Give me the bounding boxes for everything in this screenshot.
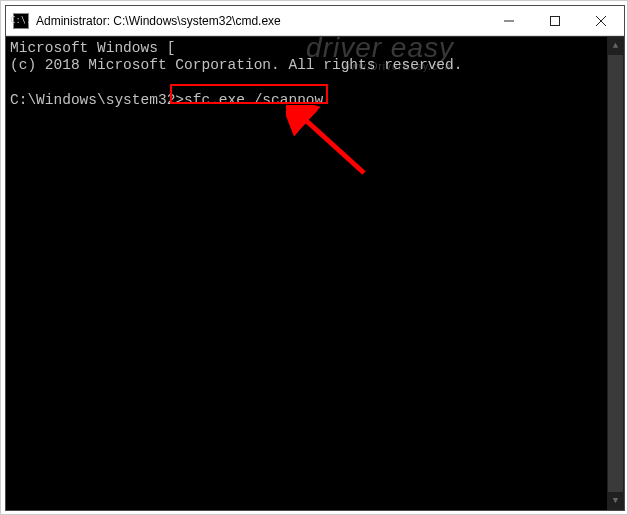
cmd-window: C:\. Administrator: C:\Windows\system32\… bbox=[5, 5, 625, 511]
svg-line-5 bbox=[300, 115, 364, 173]
scroll-thumb[interactable] bbox=[608, 55, 623, 492]
terminal-area[interactable]: Microsoft Windows [ (c) 2018 Microsoft C… bbox=[6, 36, 624, 510]
window-title: Administrator: C:\Windows\system32\cmd.e… bbox=[36, 14, 486, 28]
terminal-prompt-line: C:\Windows\system32>sfc.exe /scannow bbox=[10, 92, 620, 109]
prompt-text: C:\Windows\system32> bbox=[10, 92, 184, 108]
terminal-output-line: Microsoft Windows [ bbox=[10, 40, 620, 57]
svg-rect-1 bbox=[551, 16, 560, 25]
titlebar[interactable]: C:\. Administrator: C:\Windows\system32\… bbox=[6, 6, 624, 36]
minimize-button[interactable] bbox=[486, 6, 532, 35]
terminal-blank-line bbox=[10, 75, 620, 92]
scroll-up-button[interactable]: ▲ bbox=[607, 37, 624, 55]
cmd-icon: C:\. bbox=[13, 13, 29, 29]
scroll-down-button[interactable]: ▼ bbox=[607, 492, 624, 510]
window-controls bbox=[486, 6, 624, 35]
close-button[interactable] bbox=[578, 6, 624, 35]
annotation-arrow-icon bbox=[286, 105, 376, 185]
terminal-output-line: (c) 2018 Microsoft Corporation. All righ… bbox=[10, 57, 620, 74]
scrollbar[interactable]: ▲ ▼ bbox=[607, 37, 624, 510]
command-text: sfc.exe /scannow bbox=[184, 92, 323, 108]
maximize-button[interactable] bbox=[532, 6, 578, 35]
